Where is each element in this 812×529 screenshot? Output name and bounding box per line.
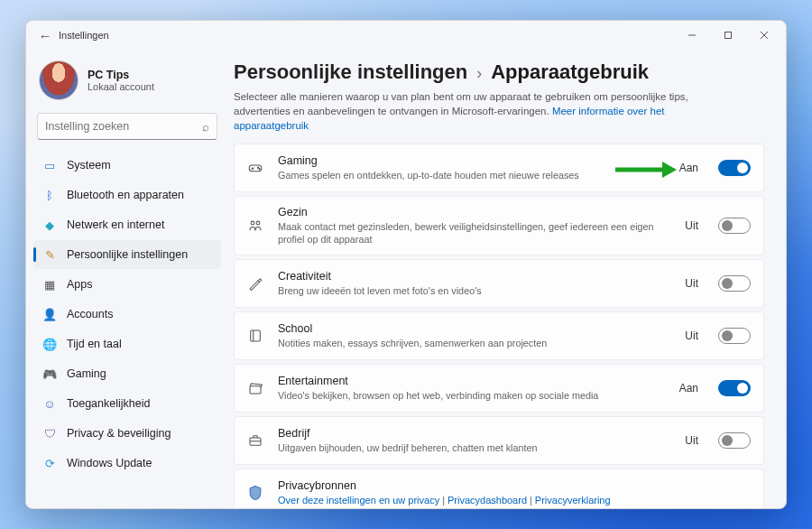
nav-bluetooth[interactable]: ᛒBluetooth en apparaten <box>33 181 221 209</box>
chevron-right-icon: › <box>476 64 482 83</box>
settings-window: ← Instellingen PC Tips Lokaal account ⌕ … <box>25 20 787 509</box>
privacy-shield-icon <box>245 483 265 503</box>
titlebar: ← Instellingen <box>26 21 786 50</box>
toggle-state-label: Aan <box>679 162 698 174</box>
clapper-icon <box>245 378 265 398</box>
accessibility-icon: ☺ <box>42 396 57 411</box>
breadcrumb-parent[interactable]: Persoonlijke instellingen <box>234 60 467 84</box>
window-controls <box>674 24 782 46</box>
notebook-icon <box>245 326 265 346</box>
gamepad-icon <box>245 158 265 178</box>
card-subtitle: Maak contact met gezinsleden, bewerk vei… <box>278 220 672 246</box>
system-icon: ▭ <box>42 158 57 172</box>
privacy-statement-link[interactable]: Privacyverklaring <box>535 495 611 506</box>
gaming-icon: 🎮 <box>42 367 57 381</box>
toggle-state-label: Uit <box>685 277 698 290</box>
nav-time[interactable]: 🌐Tijd en taal <box>33 329 221 358</box>
window-title: Instellingen <box>59 30 109 41</box>
close-button[interactable] <box>746 24 782 46</box>
profile-block[interactable]: PC Tips Lokaal account <box>33 53 221 113</box>
card-family: Gezin Maak contact met gezinsleden, bewe… <box>234 196 764 255</box>
svg-point-7 <box>257 167 258 168</box>
update-icon: ⟳ <box>42 456 57 470</box>
creativity-toggle[interactable] <box>718 275 751 292</box>
privacy-about-link[interactable]: Over deze instellingen en uw privacy <box>278 495 439 506</box>
usage-cards: Gaming Games spelen en ontdekken, up-to-… <box>234 144 764 508</box>
nav-network[interactable]: ◆Netwerk en internet <box>33 210 221 239</box>
card-subtitle: Uitgaven bijhouden, uw bedrijf beheren, … <box>278 441 672 454</box>
bluetooth-icon: ᛒ <box>42 188 57 202</box>
svg-point-12 <box>256 221 260 225</box>
sidebar: PC Tips Lokaal account ⌕ ▭Systeem ᛒBluet… <box>26 50 226 508</box>
wifi-icon: ◆ <box>42 218 57 232</box>
minimize-button[interactable] <box>674 24 710 46</box>
card-business: Bedrijf Uitgaven bijhouden, uw bedrijf b… <box>234 416 764 465</box>
card-school: School Notities maken, essays schrijven,… <box>234 311 764 360</box>
search-input[interactable] <box>45 120 202 133</box>
svg-rect-1 <box>725 32 732 39</box>
card-creativity: Creativiteit Breng uw ideeën tot leven m… <box>234 259 764 308</box>
school-toggle[interactable] <box>718 328 751 344</box>
briefcase-icon <box>245 431 265 450</box>
back-button[interactable]: ← <box>35 28 55 43</box>
profile-name: PC Tips <box>88 69 154 81</box>
card-title: School <box>278 322 672 335</box>
clock-icon: 🌐 <box>42 337 57 351</box>
toggle-state-label: Uit <box>685 434 698 447</box>
svg-point-8 <box>259 169 260 170</box>
accounts-icon: 👤 <box>42 307 57 321</box>
nav-personalization[interactable]: ✎Persoonlijke instellingen <box>33 240 221 269</box>
business-toggle[interactable] <box>718 432 751 449</box>
page-description: Selecteer alle manieren waarop u van pla… <box>234 89 739 133</box>
family-toggle[interactable] <box>718 218 751 234</box>
breadcrumb: Persoonlijke instellingen › Apparaatgebr… <box>234 60 764 84</box>
family-icon <box>245 216 265 236</box>
shield-icon: 🛡 <box>42 426 57 441</box>
card-privacy-resources: Privacybronnen Over deze instellingen en… <box>234 469 764 508</box>
card-title: Gaming <box>278 154 667 167</box>
content-area: PC Tips Lokaal account ⌕ ▭Systeem ᛒBluet… <box>26 50 786 508</box>
card-gaming: Gaming Games spelen en ontdekken, up-to-… <box>234 144 764 192</box>
search-box[interactable]: ⌕ <box>37 113 217 140</box>
profile-sub: Lokaal account <box>88 81 154 92</box>
brush-icon: ✎ <box>42 247 57 262</box>
entertainment-toggle[interactable] <box>718 380 751 396</box>
privacy-dashboard-link[interactable]: Privacydashboard <box>448 495 527 506</box>
toggle-state-label: Uit <box>685 329 698 342</box>
search-icon: ⌕ <box>202 120 209 134</box>
card-entertainment: Entertainment Video's bekijken, browsen … <box>234 364 764 413</box>
card-title: Entertainment <box>278 375 667 387</box>
toggle-state-label: Aan <box>679 382 698 394</box>
nav-apps[interactable]: ▦Apps <box>33 270 221 299</box>
nav-accounts[interactable]: 👤Accounts <box>33 300 221 329</box>
card-subtitle: Over deze instellingen en uw privacy | P… <box>278 494 751 506</box>
card-subtitle: Breng uw ideeën tot leven met foto's en … <box>278 284 672 297</box>
nav-list: ▭Systeem ᛒBluetooth en apparaten ◆Netwer… <box>33 151 221 478</box>
svg-rect-15 <box>250 386 261 394</box>
card-subtitle: Notities maken, essays schrijven, samenw… <box>278 337 672 349</box>
nav-accessibility[interactable]: ☺Toegankelijkheid <box>33 389 221 418</box>
card-title: Gezin <box>278 206 672 218</box>
apps-icon: ▦ <box>42 277 57 292</box>
nav-privacy[interactable]: 🛡Privacy & beveiliging <box>33 419 221 448</box>
breadcrumb-current: Apparaatgebruik <box>491 60 649 84</box>
card-title: Bedrijf <box>278 427 672 440</box>
card-subtitle: Games spelen en ontdekken, up-to-date ho… <box>278 169 667 181</box>
nav-gaming[interactable]: 🎮Gaming <box>33 359 221 388</box>
svg-point-11 <box>251 221 254 225</box>
pen-ruler-icon <box>245 274 265 293</box>
card-title: Creativiteit <box>278 270 672 283</box>
svg-rect-13 <box>251 330 261 341</box>
avatar <box>39 60 78 100</box>
maximize-button[interactable] <box>710 24 746 46</box>
main-panel: Persoonlijke instellingen › Apparaatgebr… <box>226 50 786 508</box>
gaming-toggle[interactable] <box>718 160 751 176</box>
card-subtitle: Video's bekijken, browsen op het web, ve… <box>278 389 667 402</box>
card-title: Privacybronnen <box>278 479 751 492</box>
nav-windows-update[interactable]: ⟳Windows Update <box>33 449 221 478</box>
nav-system[interactable]: ▭Systeem <box>33 151 221 180</box>
toggle-state-label: Uit <box>685 219 698 232</box>
